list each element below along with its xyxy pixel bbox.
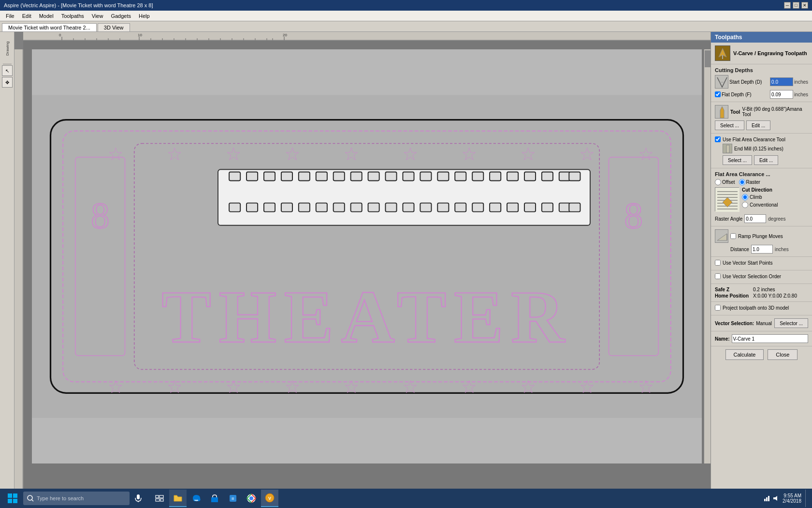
tool-edit-btn[interactable]: Edit ...	[746, 120, 770, 130]
window-title: Aspire (Vectric Aspire) - [Movie Ticket …	[4, 2, 153, 8]
ruler-left-svg	[14, 49, 23, 497]
canvas-main[interactable]: 8 8	[23, 41, 710, 497]
calculate-button[interactable]: Calculate	[725, 349, 764, 360]
file-explorer-btn[interactable]	[169, 490, 187, 507]
task-view-btn[interactable]	[151, 490, 168, 507]
flat-clearance-checkbox-row: Use Flat Area Clearance Tool	[715, 136, 808, 142]
search-placeholder: Type here to search	[37, 495, 84, 501]
taskbar-search[interactable]: Type here to search	[23, 492, 130, 505]
flat-clearance-checkbox[interactable]	[715, 136, 721, 142]
vector-order-checkbox[interactable]	[715, 273, 721, 279]
flat-clearance-select-btn[interactable]: Select ...	[723, 155, 752, 165]
vector-order-label: Use Vector Selection Order	[723, 274, 781, 279]
raster-angle-unit: degrees	[768, 216, 785, 222]
safe-z-section: Safe Z 0.2 inches Home Position X:0.00 Y…	[711, 284, 812, 302]
safe-z-label: Safe Z	[715, 287, 751, 292]
tab-3d-view[interactable]: 3D View	[98, 23, 130, 31]
chrome-icon	[246, 493, 256, 503]
tool-header-row: V-Carve / Engraving Toolpath	[715, 45, 808, 61]
menu-file[interactable]: File	[2, 12, 18, 20]
home-position-row: Home Position X:0.00 Y:0.00 Z:0.80	[715, 293, 808, 299]
cutting-depths-title: Cutting Depths	[715, 67, 808, 73]
volume-icon	[772, 495, 779, 502]
sidebar-arrow[interactable]: ↖	[2, 65, 13, 76]
clock: 9:55 AM 2/4/2018	[783, 493, 801, 504]
svg-rect-115	[8, 499, 12, 503]
name-section: Name:	[711, 331, 812, 346]
svg-rect-91	[490, 203, 501, 212]
raster-radio-label[interactable]: Raster	[739, 179, 760, 185]
ramp-icon	[715, 229, 728, 243]
project-toolpath-checkbox[interactable]	[715, 305, 721, 311]
svg-rect-133	[764, 499, 766, 501]
menu-view[interactable]: View	[88, 12, 107, 20]
ramp-distance-row: Distance inches	[715, 245, 808, 254]
end-mill-row: End Mill (0.125 inches)	[715, 144, 808, 153]
offset-radio[interactable]	[715, 179, 721, 185]
sidebar-move[interactable]: ✥	[2, 77, 13, 88]
store-btn[interactable]	[206, 490, 223, 507]
flat-depth-input[interactable]	[770, 90, 793, 99]
tab-movie-ticket[interactable]: Movie Ticket with word Theatre 2...	[2, 23, 97, 31]
maximize-button[interactable]: □	[793, 2, 799, 9]
vector-start-row: Use Vector Start Points	[715, 260, 808, 266]
svg-rect-86	[403, 203, 414, 212]
close-button[interactable]: ✕	[801, 2, 808, 9]
svg-rect-88	[437, 203, 449, 212]
vector-start-checkbox[interactable]	[715, 260, 721, 266]
depth-icon	[715, 75, 728, 89]
flat-area-options-section: Flat Area Clearance ... Offset Raster	[711, 168, 812, 226]
scrollbar-vertical[interactable]	[704, 49, 710, 463]
ramp-checkbox[interactable]	[730, 233, 736, 239]
close-button[interactable]: Close	[768, 349, 798, 360]
ramp-distance-input[interactable]	[751, 245, 773, 254]
svg-rect-122	[160, 495, 163, 498]
menu-help[interactable]: Help	[135, 12, 154, 20]
mic-button[interactable]	[131, 492, 145, 505]
conventional-radio-label[interactable]: Conventional	[742, 202, 778, 208]
svg-rect-78	[264, 203, 275, 212]
menu-model[interactable]: Model	[35, 12, 58, 20]
project-toolpath-section: Project toolpath onto 3D model	[711, 302, 812, 315]
svg-text:THEATER: THEATER	[161, 276, 572, 358]
svg-rect-125	[211, 497, 218, 502]
svg-rect-84	[368, 203, 379, 212]
edge-btn[interactable]	[188, 490, 205, 507]
vectric-icon: V	[265, 493, 275, 503]
raster-angle-input[interactable]	[744, 214, 766, 223]
scrollbar-thumb[interactable]	[705, 50, 710, 67]
tool-selection-section: Tool V-Bit (90 deg 0.688")Amana Tool Sel…	[711, 102, 812, 134]
svg-rect-66	[420, 172, 431, 180]
menu-toolpaths[interactable]: Toolpaths	[58, 12, 88, 20]
raster-radio[interactable]	[739, 179, 745, 185]
flat-depth-checkbox[interactable]	[715, 91, 721, 97]
flat-depth-unit: inches	[794, 92, 808, 97]
name-input[interactable]	[732, 334, 808, 343]
menu-edit[interactable]: Edit	[18, 12, 35, 20]
svg-rect-114	[13, 493, 17, 498]
start-depth-input[interactable]	[770, 77, 793, 86]
svg-marker-136	[773, 496, 777, 501]
app1-icon: ≡	[228, 493, 238, 503]
svg-text:8: 8	[624, 194, 643, 236]
svg-text:0: 0	[59, 33, 61, 37]
sidebar-tool-1[interactable]: Drawing	[4, 34, 11, 63]
flat-clearance-edit-btn[interactable]: Edit ...	[754, 155, 778, 165]
svg-rect-102	[726, 145, 729, 153]
svg-rect-75	[569, 172, 580, 180]
taskview-icon	[155, 495, 164, 502]
climb-radio[interactable]	[742, 194, 748, 200]
tool-select-btn[interactable]: Select ...	[715, 120, 744, 130]
raster-angle-label: Raster Angle	[715, 216, 742, 222]
start-button[interactable]	[4, 490, 21, 507]
vectric-btn[interactable]: V	[261, 490, 278, 507]
tray-separator	[805, 490, 808, 507]
offset-radio-label[interactable]: Offset	[715, 179, 735, 185]
menu-gadgets[interactable]: Gadgets	[107, 12, 135, 20]
app-btn-1[interactable]: ≡	[224, 490, 242, 507]
conventional-radio[interactable]	[742, 202, 748, 208]
minimize-button[interactable]: ─	[784, 2, 791, 9]
climb-radio-label[interactable]: Climb	[742, 194, 778, 200]
chrome-btn[interactable]	[243, 490, 260, 507]
selector-btn[interactable]: Selector ...	[774, 318, 808, 328]
